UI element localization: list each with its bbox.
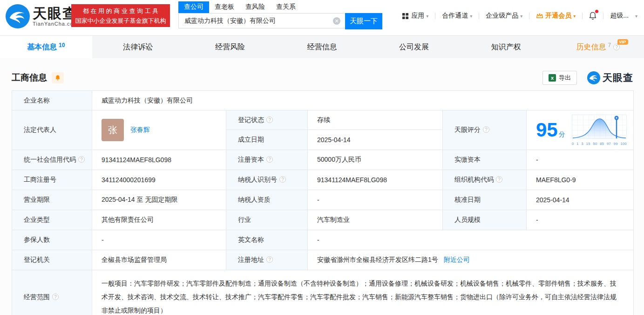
company-name-label: 企业名称 (12, 91, 92, 110)
score-value: 95 (536, 120, 558, 140)
divider (435, 13, 435, 19)
org-code-value: MAEF8LG0-9 (527, 170, 634, 190)
taxpayer-id-value: 91341124MAEF8LG098 (308, 170, 443, 190)
menu-open-vip[interactable]: 开通会员 (533, 12, 578, 20)
chevron-down-icon (573, 14, 576, 19)
reg-status-label: 登记状态 (226, 110, 308, 130)
legal-rep-label: 法定代表人 (12, 110, 92, 150)
notification-bell-icon[interactable] (588, 11, 597, 21)
tab-basic-info[interactable]: 基本信息 10 (0, 36, 92, 58)
help-icon[interactable] (266, 116, 273, 123)
tianyancha-logo[interactable]: 天眼查 TianYanCha.com (6, 4, 78, 28)
business-term-value: 2025-04-14 至 无固定期限 (92, 190, 226, 210)
company-type-label: 企业类型 (12, 210, 92, 230)
reg-authority-label: 登记机关 (12, 250, 92, 270)
export-button[interactable]: 导出 (542, 71, 577, 85)
promo-line1: 都 在 用 的 商 业 查 询 工 具 (83, 6, 159, 16)
insured-count-value: - (92, 230, 226, 250)
company-type-value: 其他有限责任公司 (92, 210, 226, 230)
divider (479, 13, 479, 19)
apps-grid-icon (402, 13, 409, 20)
insured-count-label: 参保人数 (12, 230, 92, 250)
crown-icon (536, 13, 543, 19)
help-icon[interactable] (279, 176, 286, 183)
paid-capital-label: 实缴资本 (443, 150, 527, 170)
notification-dot (595, 10, 598, 13)
help-icon[interactable] (78, 156, 85, 163)
table-row: 参保人数 - 英文名称 - (12, 230, 634, 250)
table-row: 法定代表人 张 张春辉 登记状态 存续 天眼评分 95 分 (12, 110, 634, 130)
tianyancha-logo-icon (6, 4, 30, 28)
page-header: 天眼查 TianYanCha.com 都 在 用 的 商 业 查 询 工 具 国… (0, 0, 644, 35)
chevron-down-icon (426, 14, 428, 19)
staff-size-label: 人员规模 (443, 210, 527, 230)
business-info-table: 企业名称 威蓝动力科技（安徽）有限公司 法定代表人 张 张春辉 登记状态 存续 … (12, 90, 634, 315)
score-cell[interactable]: 95 分 (527, 110, 634, 150)
legal-rep-cell: 张 张春辉 (92, 110, 226, 150)
help-icon[interactable] (496, 176, 502, 183)
top-menu: 应用 合作通道 企业级产品 开通会员 (399, 11, 640, 21)
tab-count: 10 (59, 42, 65, 48)
table-row: 工商注册号 341124000201699 纳税人识别号 91341124MAE… (12, 170, 634, 190)
menu-enterprise[interactable]: 企业级产品 (483, 12, 525, 20)
approval-date-value: 2025-04-14 (527, 190, 634, 210)
tab-legal-litigation[interactable]: 法律诉讼 (92, 36, 184, 58)
company-nav-tabs: 基本信息 10 法律诉讼 经营风险 经营信息 公司发展 知识产权 VIP 历史信… (0, 35, 644, 58)
help-icon[interactable] (266, 156, 273, 163)
table-row: 经营范围 一般项目：汽车零部件研发；汽车零部件及配件制造；通用设备制造（不含特种… (12, 270, 634, 315)
tab-intellectual-property[interactable]: 知识产权 (460, 36, 552, 58)
business-scope-label: 经营范围 (12, 270, 92, 315)
excel-icon (549, 74, 556, 82)
tab-operation-info[interactable]: 经营信息 (276, 36, 368, 58)
nearby-companies-link[interactable]: 附近公司 (444, 256, 470, 263)
menu-cooperation[interactable]: 合作通道 (439, 12, 475, 20)
watermark-logo: 天眼查 (587, 71, 633, 84)
search-tab-risk[interactable]: 查风险 (240, 1, 271, 13)
address-cell: 安徽省滁州市全椒县经济开发区纬二路1号 附近公司 (308, 250, 634, 270)
help-icon[interactable] (266, 256, 273, 263)
english-name-value: - (308, 230, 634, 250)
industry-label: 行业 (226, 210, 308, 230)
legal-rep-link[interactable]: 张春辉 (130, 126, 150, 134)
orange-bell-icon (54, 75, 61, 81)
org-code-label: 组织机构代码 (443, 170, 527, 190)
table-row: 营业期限 2025-04-14 至 无固定期限 纳税人资质 - 核准日期 202… (12, 190, 634, 210)
menu-apps[interactable]: 应用 (399, 12, 431, 20)
divider (529, 13, 529, 19)
company-name-value: 威蓝动力科技（安徽）有限公司 (92, 91, 634, 110)
tab-company-development[interactable]: 公司发展 (368, 36, 460, 58)
chevron-down-icon (470, 14, 472, 19)
registered-capital-value: 50000万人民币 (308, 150, 443, 170)
monitor-bell-button[interactable] (52, 72, 64, 83)
approval-date-label: 核准日期 (443, 190, 527, 210)
help-icon[interactable] (483, 126, 489, 133)
address-label: 注册地址 (226, 250, 308, 270)
search-tab-boss[interactable]: 查老板 (209, 1, 240, 13)
tab-history-info[interactable]: VIP 历史信息 7 (552, 36, 644, 58)
menu-super-vip[interactable]: 超级... (607, 12, 640, 20)
help-icon[interactable] (52, 294, 59, 300)
divider (582, 13, 583, 19)
taxpayer-qualification-value: - (308, 190, 443, 210)
credit-code-value: 91341124MAEF8LG098 (92, 150, 226, 170)
reg-authority-value: 全椒县市场监督管理局 (92, 250, 226, 270)
establish-date-value: 2025-04-14 (308, 130, 443, 150)
clear-icon[interactable] (333, 17, 340, 25)
main-content: 工商信息 导出 天眼查 (0, 58, 644, 315)
business-term-label: 营业期限 (12, 190, 92, 210)
industry-value: 汽车制造业 (308, 210, 443, 230)
help-icon[interactable] (613, 44, 620, 50)
avatar[interactable]: 张 (102, 119, 124, 141)
reg-status-value: 存续 (308, 110, 443, 130)
tab-operation-risk[interactable]: 经营风险 (184, 36, 276, 58)
search-input[interactable] (178, 13, 345, 28)
promo-badge: 都 在 用 的 商 业 查 询 工 具 国家中小企业发展子基金旗下机构 (71, 4, 170, 27)
search-button[interactable]: 天眼一下 (345, 13, 382, 29)
watermark-logo-text: 天眼查 (603, 71, 633, 84)
search-tabs: 查公司 查老板 查风险 查关系 (178, 1, 382, 13)
section-title: 工商信息 (12, 72, 47, 84)
table-row: 统一社会信用代码 91341124MAEF8LG098 注册资本 50000万人… (12, 150, 634, 170)
credit-code-label: 统一社会信用代码 (12, 150, 92, 170)
search-tab-company[interactable]: 查公司 (178, 1, 209, 13)
search-tab-relation[interactable]: 查关系 (271, 1, 301, 13)
